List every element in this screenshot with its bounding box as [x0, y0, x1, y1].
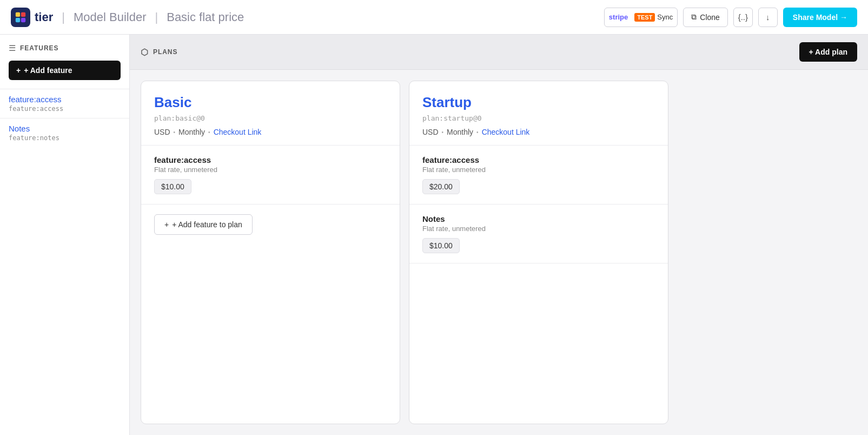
- sidebar-item-feature-access[interactable]: feature:access feature:access: [0, 89, 129, 118]
- logo-area: tier: [11, 8, 53, 27]
- plan-startup-feature-notes-price: $10.00: [422, 238, 460, 253]
- tier-logo-icon: [11, 8, 30, 27]
- plans-topbar: ⬡ PLANS + Add plan: [130, 35, 868, 70]
- plan-startup-dot1: •: [442, 129, 444, 135]
- download-icon: ↓: [766, 12, 770, 22]
- sidebar: ☰ FEATURES + + Add feature feature:acces…: [0, 35, 130, 435]
- json-button[interactable]: {..}: [733, 8, 753, 27]
- add-feature-plus-icon: +: [16, 66, 21, 75]
- plan-startup-interval: Monthly: [447, 128, 473, 136]
- add-feature-to-plan-button-basic[interactable]: + + Add feature to plan: [154, 214, 253, 235]
- features-header-label: FEATURES: [20, 44, 58, 52]
- feature-access-name: feature:access: [9, 95, 121, 104]
- add-feature-button[interactable]: + + Add feature: [9, 61, 121, 80]
- plan-basic-meta: USD • Monthly • Checkout Link: [154, 128, 387, 136]
- download-button[interactable]: ↓: [758, 8, 778, 27]
- clone-button[interactable]: ⧉ Clone: [683, 8, 728, 27]
- clone-label: Clone: [700, 13, 720, 22]
- plans-header-label: PLANS: [153, 48, 177, 56]
- plan-startup-feature-notes-row: Notes Flat rate, unmetered $10.00: [409, 205, 668, 263]
- svg-rect-0: [16, 12, 20, 16]
- content-area: ⬡ PLANS + Add plan Basic plan:basic@0 US…: [130, 35, 868, 435]
- plan-startup-checkout[interactable]: Checkout Link: [482, 128, 530, 136]
- plan-basic-dot1: •: [174, 129, 176, 135]
- plan-basic-feature-access-name: feature:access: [154, 155, 387, 164]
- add-feature-to-plan-plus-icon: +: [164, 220, 169, 229]
- stripe-label: stripe: [605, 13, 632, 21]
- plan-startup-feature-access-name: feature:access: [422, 155, 655, 164]
- sync-text: Sync: [657, 13, 677, 21]
- svg-rect-1: [21, 12, 25, 16]
- plan-startup-meta: USD • Monthly • Checkout Link: [422, 128, 655, 136]
- add-feature-label: + Add feature: [24, 66, 72, 75]
- plan-basic-header: Basic plan:basic@0 USD • Monthly • Check…: [141, 81, 400, 146]
- plan-startup-dot2: •: [476, 129, 479, 135]
- plan-basic-currency: USD: [154, 128, 170, 136]
- add-plan-label: + Add plan: [809, 48, 847, 56]
- plan-basic-checkout[interactable]: Checkout Link: [214, 128, 262, 136]
- plan-startup-header: Startup plan:startup@0 USD • Monthly • C…: [409, 81, 668, 146]
- plan-startup-currency: USD: [422, 128, 439, 136]
- plan-basic-feature-access-price: $10.00: [154, 179, 191, 194]
- feature-access-id: feature:access: [9, 105, 121, 113]
- header-divider-2: |: [155, 10, 158, 24]
- stripe-sync-button[interactable]: stripe TEST Sync: [604, 8, 678, 27]
- plan-basic-add-feature-row: + + Add feature to plan: [141, 205, 400, 424]
- feature-notes-name: Notes: [9, 124, 121, 133]
- header-model-builder: Model Builder: [74, 10, 147, 24]
- header-plan-title: Basic flat price: [167, 10, 244, 24]
- plan-startup-name: Startup: [422, 94, 655, 111]
- sidebar-header: ☰ FEATURES: [0, 43, 129, 61]
- logo-text: tier: [35, 10, 53, 24]
- plan-startup-feature-access-price: $20.00: [422, 179, 460, 194]
- header: tier | Model Builder | Basic flat price …: [0, 0, 868, 35]
- stripe-test-badge: TEST: [634, 13, 655, 22]
- plan-basic-name: Basic: [154, 94, 387, 111]
- svg-rect-2: [16, 17, 20, 22]
- plan-startup-feature-access-desc: Flat rate, unmetered: [422, 166, 655, 174]
- header-divider-1: |: [62, 10, 65, 24]
- plans-label-area: ⬡ PLANS: [141, 47, 177, 57]
- plan-card-basic: Basic plan:basic@0 USD • Monthly • Check…: [141, 81, 400, 424]
- add-plan-button[interactable]: + Add plan: [799, 42, 857, 62]
- plan-basic-dot2: •: [208, 129, 210, 135]
- share-model-label: Share Model →: [793, 13, 847, 22]
- plans-icon: ⬡: [141, 47, 149, 57]
- plan-basic-id: plan:basic@0: [154, 114, 387, 122]
- add-feature-to-plan-label: + Add feature to plan: [172, 220, 242, 229]
- main-layout: ☰ FEATURES + + Add feature feature:acces…: [0, 35, 868, 435]
- share-model-button[interactable]: Share Model →: [783, 8, 857, 27]
- svg-rect-3: [21, 17, 25, 22]
- clone-icon: ⧉: [691, 12, 697, 22]
- feature-notes-id: feature:notes: [9, 134, 121, 142]
- plan-basic-interval: Monthly: [178, 128, 205, 136]
- features-menu-icon: ☰: [9, 43, 16, 53]
- plan-startup-feature-access-row: feature:access Flat rate, unmetered $20.…: [409, 146, 668, 205]
- plan-basic-feature-access-row: feature:access Flat rate, unmetered $10.…: [141, 146, 400, 205]
- plans-grid: Basic plan:basic@0 USD • Monthly • Check…: [130, 70, 868, 435]
- plan-card-startup: Startup plan:startup@0 USD • Monthly • C…: [409, 81, 668, 424]
- sidebar-item-feature-notes[interactable]: Notes feature:notes: [0, 118, 129, 147]
- plan-startup-feature-notes-desc: Flat rate, unmetered: [422, 225, 655, 233]
- plan-basic-feature-access-desc: Flat rate, unmetered: [154, 166, 387, 174]
- plan-startup-feature-notes-name: Notes: [422, 214, 655, 223]
- header-actions: stripe TEST Sync ⧉ Clone {..} ↓ Share Mo…: [604, 8, 857, 27]
- plan-startup-id: plan:startup@0: [422, 114, 655, 122]
- json-icon: {..}: [738, 12, 748, 22]
